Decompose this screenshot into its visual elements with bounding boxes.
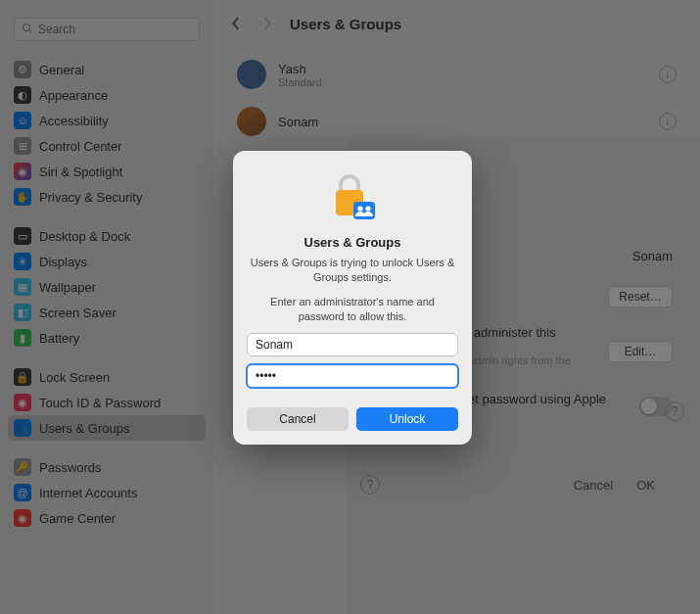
modal-title: Users & Groups: [247, 235, 458, 250]
lock-users-icon: [326, 170, 379, 223]
modal-cancel-button[interactable]: Cancel: [247, 407, 349, 431]
svg-rect-3: [353, 202, 375, 219]
admin-password-input[interactable]: [247, 364, 458, 388]
svg-point-4: [357, 206, 362, 211]
svg-point-5: [365, 206, 370, 211]
admin-name-input[interactable]: [247, 333, 458, 356]
auth-modal: Users & Groups Users & Groups is trying …: [233, 151, 472, 445]
modal-line2: Enter an administrator's name and passwo…: [247, 295, 458, 324]
modal-line1: Users & Groups is trying to unlock Users…: [247, 256, 458, 285]
modal-unlock-button[interactable]: Unlock: [356, 407, 458, 431]
